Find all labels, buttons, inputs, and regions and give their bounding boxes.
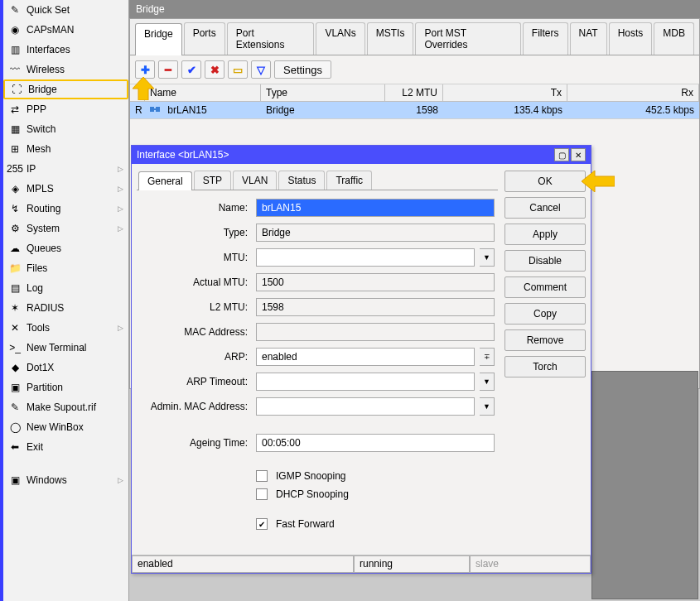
tab-port-mst-overrides[interactable]: Port MST Overrides	[415, 22, 520, 55]
dialog-tab-general[interactable]: General	[138, 171, 192, 190]
sidebar-item-interfaces[interactable]: ▥Interfaces	[3, 40, 128, 60]
cancel-button[interactable]: Cancel	[504, 197, 586, 219]
mtu-input[interactable]	[256, 248, 475, 267]
ageing-input[interactable]	[256, 434, 495, 452]
sidebar-item-system[interactable]: ⚙System▷	[3, 219, 128, 238]
type-input	[256, 224, 495, 242]
dhcp-checkbox[interactable]	[256, 488, 268, 500]
sidebar-item-queues[interactable]: ☁Queues	[3, 238, 128, 258]
chevron-right-icon: ▷	[118, 204, 123, 213]
col-l2mtu[interactable]: L2 MTU	[385, 84, 443, 101]
dialog-tabs: GeneralSTPVLANStatusTraffic	[137, 169, 498, 190]
sidebar-item-label: Switch	[27, 123, 56, 135]
l2mtu-input	[256, 298, 495, 316]
sidebar-item-ppp[interactable]: ⇄PPP	[3, 99, 128, 119]
sidebar-item-make-supout-rif[interactable]: ✎Make Supout.rif	[3, 397, 128, 417]
name-input[interactable]	[256, 199, 495, 217]
add-button[interactable]: ✚	[135, 60, 155, 79]
sidebar-item-bridge[interactable]: ⛶Bridge	[3, 79, 128, 99]
comment-dlg-button[interactable]: Comment	[504, 276, 586, 298]
mtu-dropdown[interactable]: ▼	[480, 248, 495, 267]
sidebar-item-label: PPP	[27, 103, 46, 115]
sidebar-item-new-terminal[interactable]: >_New Terminal	[3, 338, 128, 358]
partition-icon: ▣	[8, 381, 22, 394]
minimize-button[interactable]: ▢	[554, 148, 569, 161]
filter-button[interactable]: ▽	[251, 60, 271, 79]
dialog-titlebar[interactable]: Interface <brLAN15> ▢ ✕	[132, 146, 591, 164]
tab-bridge[interactable]: Bridge	[135, 23, 182, 55]
dialog-tab-traffic[interactable]: Traffic	[326, 171, 372, 190]
sidebar-item-mesh[interactable]: ⊞Mesh	[3, 139, 128, 159]
sidebar-item-new-winbox[interactable]: ◯New WinBox	[3, 417, 128, 437]
comment-button[interactable]: ▭	[228, 60, 248, 79]
admin-mac-dropdown[interactable]: ▼	[480, 397, 495, 416]
fastforward-label: Fast Forward	[276, 518, 335, 530]
ok-button[interactable]: OK	[504, 171, 586, 192]
mac-label: MAC Address:	[140, 326, 251, 338]
sidebar-item-log[interactable]: ▤Log	[3, 278, 128, 298]
close-button[interactable]: ✕	[571, 148, 586, 161]
sidebar-item-wireless[interactable]: 〰Wireless	[3, 60, 128, 79]
fastforward-checkbox[interactable]: ✔	[256, 518, 268, 530]
tab-nat[interactable]: NAT	[570, 22, 607, 55]
tab-mdb[interactable]: MDB	[654, 22, 694, 55]
table-row[interactable]: R brLAN15 Bridge 1598 135.4 kbps 452.5 k…	[130, 102, 699, 119]
col-type[interactable]: Type	[261, 84, 385, 101]
sidebar-item-radius[interactable]: ✶RADIUS	[3, 298, 128, 318]
arp-timeout-dropdown[interactable]: ▼	[480, 373, 495, 391]
status-slave: slave	[470, 555, 591, 573]
sidebar-item-routing[interactable]: ↯Routing▷	[3, 199, 128, 219]
tab-ports[interactable]: Ports	[184, 22, 225, 55]
remove-dlg-button[interactable]: Remove	[504, 329, 586, 351]
sidebar-item-files[interactable]: 📁Files	[3, 258, 128, 278]
remove-button[interactable]: ━	[158, 60, 178, 79]
arp-dropdown[interactable]: ∓	[480, 348, 495, 366]
apply-button[interactable]: Apply	[504, 224, 586, 245]
arp-input[interactable]	[256, 348, 475, 366]
sidebar-item-exit[interactable]: ⬅Exit	[3, 437, 128, 457]
sidebar-item-partition[interactable]: ▣Partition	[3, 377, 128, 397]
col-rx[interactable]: Rx	[567, 84, 699, 101]
dialog-tab-status[interactable]: Status	[278, 171, 325, 190]
igmp-checkbox[interactable]	[256, 470, 268, 482]
arp-timeout-input[interactable]	[256, 373, 475, 391]
tab-filters[interactable]: Filters	[523, 22, 568, 55]
row-name: brLAN15	[145, 102, 261, 118]
sidebar-item-switch[interactable]: ▦Switch	[3, 119, 128, 139]
sidebar-item-tools[interactable]: ✕Tools▷	[3, 318, 128, 338]
settings-button[interactable]: Settings	[274, 60, 331, 79]
chevron-right-icon: ▷	[118, 324, 123, 332]
sidebar-item-dot1x[interactable]: ◆Dot1X	[3, 358, 128, 377]
sidebar-item-label: Dot1X	[27, 362, 54, 373]
sidebar-item-capsman[interactable]: ◉CAPsMAN	[3, 20, 128, 40]
sidebar-item-ip[interactable]: 255IP▷	[3, 159, 128, 179]
switch-icon: ▦	[8, 123, 22, 136]
tab-port-extensions[interactable]: Port Extensions	[227, 22, 315, 55]
chevron-right-icon: ▷	[118, 165, 123, 173]
tab-hosts[interactable]: Hosts	[609, 22, 653, 55]
actual-mtu-input	[256, 273, 495, 291]
dialog-tab-vlan[interactable]: VLAN	[233, 171, 277, 190]
copy-button[interactable]: Copy	[504, 303, 586, 325]
name-label: Name:	[140, 202, 251, 214]
row-l2: 1598	[385, 102, 443, 118]
tab-mstis[interactable]: MSTIs	[367, 22, 414, 55]
enable-button[interactable]: ✔	[181, 60, 201, 79]
col-flag[interactable]	[130, 84, 145, 101]
sidebar-item-label: New Terminal	[27, 342, 86, 353]
sidebar-item-mpls[interactable]: ◈MPLS▷	[3, 179, 128, 199]
disable-button[interactable]: ✖	[205, 60, 224, 79]
windows-icon: ▣	[8, 474, 22, 487]
sidebar-item-quick-set[interactable]: ✎Quick Set	[3, 0, 128, 20]
disable-dlg-button[interactable]: Disable	[504, 250, 586, 272]
bridge-toolbar: ✚ ━ ✔ ✖ ▭ ▽ Settings	[130, 55, 699, 84]
bridge-window-title: Bridge	[129, 0, 700, 18]
dialog-tab-stp[interactable]: STP	[194, 171, 231, 190]
tab-vlans[interactable]: VLANs	[316, 22, 364, 55]
col-name[interactable]: Name	[145, 84, 261, 101]
sidebar-item-windows[interactable]: ▣ Windows ▷	[3, 470, 128, 490]
col-tx[interactable]: Tx	[443, 84, 567, 101]
row-tx: 135.4 kbps	[443, 102, 567, 118]
torch-button[interactable]: Torch	[504, 356, 586, 377]
admin-mac-input[interactable]	[256, 397, 475, 416]
